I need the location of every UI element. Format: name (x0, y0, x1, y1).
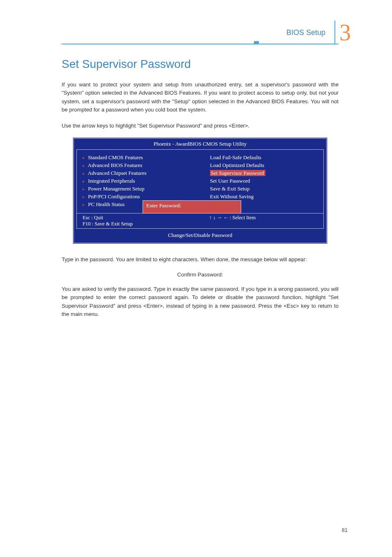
confirm-password-label: Confirm Password: (62, 272, 339, 278)
bios-keyhints: Esc : Quit F10 : Save & Exit Setup ↑ ↓ →… (76, 214, 324, 229)
page-content: Set Supervisor Password If you want to p… (62, 58, 339, 326)
caret-right-icon: ▸ (83, 179, 87, 183)
caret-right-icon: ▸ (83, 171, 87, 176)
bios-item-label: Integrated Peripherals (88, 178, 135, 184)
bios-title: Phoenix - AwardBIOS CMOS Setup Utility (74, 139, 326, 149)
bios-menu-item: ▸ Standard CMOS Features (83, 154, 194, 161)
bios-item-label: Power Management Setup (88, 186, 144, 192)
page-title: Set Supervisor Password (62, 58, 339, 71)
bios-menu-item: Load Fail-Safe Defaults (206, 154, 318, 161)
bios-item-label: Load Fail-Safe Defaults (210, 154, 261, 160)
bios-key-arrows: ↑ ↓ → ← : Select Item (209, 215, 263, 221)
bios-item-label: Advanced BIOS Features (88, 162, 143, 168)
bios-item-label: Standard CMOS Features (88, 154, 143, 160)
bios-menu-item: Load Optimized Defaults (206, 162, 318, 169)
bios-key-esc: Esc : Quit (83, 215, 141, 221)
bios-menu-item: Exit Without Saving (206, 193, 318, 200)
bios-help-text: Change/Set/Disable Password (74, 229, 326, 243)
password-dialog: Enter Password: (143, 200, 241, 214)
bios-key-f10: F10 : Save & Exit Setup (83, 221, 141, 227)
bios-item-label: Exit Without Saving (210, 193, 254, 200)
bios-item-label: Save & Exit Setup (210, 186, 249, 192)
caret-right-icon: ▸ (83, 195, 87, 199)
password-prompt-text: Enter Password: (146, 202, 181, 209)
bios-menu-item: ▸ PnP/PCI Configurations (83, 193, 194, 200)
page-header: BIOS Setup 3 (286, 21, 351, 44)
bios-item-highlighted: Set Supervisor Password (210, 170, 265, 176)
caret-right-icon: ▸ (83, 155, 87, 160)
bios-item-label: PC Health Status (88, 201, 125, 207)
bios-menu-item: Set Supervisor Password (206, 170, 318, 176)
caret-right-icon: ▸ (83, 202, 87, 207)
caret-right-icon: ▸ (83, 163, 87, 168)
bios-menu-item: ▸ Integrated Peripherals (83, 178, 194, 184)
page-number: 81 (342, 527, 348, 533)
bios-menu-item: ▸ Advanced BIOS Features (83, 162, 194, 169)
bios-menu-item: ▸ Advanced Chipset Features (83, 170, 194, 176)
divider (334, 21, 335, 44)
bios-item-label: Set User Password (210, 178, 250, 184)
bios-item-label: Advanced Chipset Features (88, 170, 147, 176)
paragraph-verify: You are asked to verify the password. Ty… (62, 285, 339, 319)
bios-menu-item: Save & Exit Setup (206, 186, 318, 192)
chapter-number: 3 (339, 21, 351, 44)
section-label: BIOS Setup (286, 28, 325, 37)
bios-screenshot: Phoenix - AwardBIOS CMOS Setup Utility ▸… (73, 137, 327, 244)
bios-item-label: Load Optimized Defaults (210, 162, 264, 168)
header-rule (62, 44, 339, 44)
paragraph-typepw: Type in the password. You are limited to… (62, 255, 339, 264)
caret-right-icon: ▸ (83, 187, 87, 191)
paragraph-intro: If you want to protect your system and s… (62, 81, 339, 114)
bios-menu-item: Set User Password (206, 178, 318, 184)
bios-menu-item: ▸ Power Management Setup (83, 186, 194, 192)
paragraph-instruction: Use the arrow keys to highlight "Set Sup… (62, 122, 339, 130)
bios-item-label: PnP/PCI Configurations (88, 193, 140, 200)
bios-main-area: ▸ Standard CMOS Features ▸ Advanced BIOS… (76, 149, 324, 214)
